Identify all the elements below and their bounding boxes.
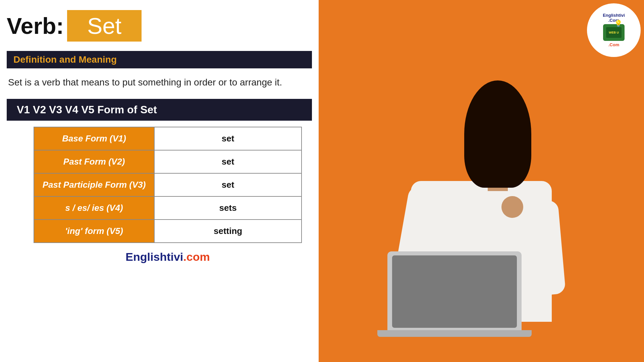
table-value-cell: setting [154, 220, 302, 243]
table-value-cell: set [154, 150, 302, 173]
definition-body: Set is a verb that means to put somethin… [7, 76, 312, 89]
forms-heading-text: V1 V2 V3 V4 V5 Form of Set [17, 104, 157, 116]
person-hair [464, 80, 531, 188]
logo-circle: Englishtivi.Com WEB U 💡 .Com [587, 3, 641, 57]
verb-forms-table: Base Form (V1)setPast Form (V2)setPast P… [34, 127, 302, 243]
table-value-cell: set [154, 173, 302, 196]
definition-header: Definition and Meaning [7, 51, 312, 68]
footer-brand: Englishtivi.com [34, 250, 302, 263]
definition-heading-text: Definition and Meaning [13, 54, 117, 65]
table-label-cell: s / es/ ies (V4) [34, 196, 154, 220]
table-row: Past Form (V2)set [34, 150, 302, 173]
table-row: s / es/ ies (V4)sets [34, 196, 302, 220]
laptop-base [377, 330, 532, 337]
table-row: Base Form (V1)set [34, 127, 302, 150]
laptop-body [387, 251, 522, 332]
laptop-screen [392, 255, 517, 328]
logo-tv-text: WEB U [609, 31, 619, 34]
logo-text-bottom: .Com [608, 42, 620, 47]
logo-tv: WEB U 💡 [603, 24, 625, 41]
forms-header: V1 V2 V3 V4 V5 Form of Set [7, 99, 312, 121]
brand-name-orange: .com [183, 250, 210, 263]
person-hand [501, 196, 523, 218]
table-row: Past Participle Form (V3)set [34, 173, 302, 196]
verb-label: Verb: [7, 13, 64, 39]
table-row: 'ing' form (V5)setting [34, 220, 302, 243]
table-value-cell: set [154, 127, 302, 150]
table-label-cell: Past Participle Form (V3) [34, 173, 154, 196]
right-panel: Englishtivi.Com WEB U 💡 .Com [319, 0, 644, 362]
logo-bulb-icon: 💡 [614, 19, 623, 27]
table-label-cell: Past Form (V2) [34, 150, 154, 173]
table-value-cell: sets [154, 196, 302, 220]
logo-tv-screen: WEB U [606, 27, 622, 38]
verb-word: Set [87, 13, 121, 39]
table-label-cell: 'ing' form (V5) [34, 220, 154, 243]
brand-name-blue: Englishtivi [125, 250, 183, 263]
person-illustration [319, 27, 644, 362]
verb-word-box: Set [67, 10, 142, 42]
verb-title-row: Verb: Set [7, 10, 312, 42]
main-content: Verb: Set Definition and Meaning Set is … [0, 0, 319, 362]
table-label-cell: Base Form (V1) [34, 127, 154, 150]
